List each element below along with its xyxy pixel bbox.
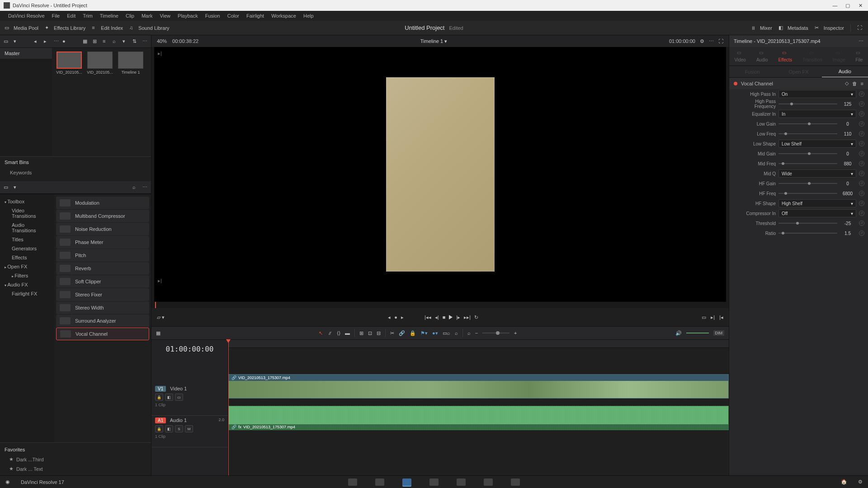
media-thumb[interactable]: VID_202105... bbox=[86, 52, 113, 75]
more-icon[interactable]: ⋯ bbox=[142, 184, 147, 190]
inspector-tab-video[interactable]: ▭Video bbox=[735, 50, 746, 62]
effects-category[interactable]: Effects bbox=[0, 253, 54, 262]
cut-page-tab[interactable] bbox=[375, 479, 384, 486]
fx-item-stereo-width[interactable]: Stereo Width bbox=[56, 301, 149, 314]
param-slider[interactable] bbox=[778, 233, 837, 234]
more-icon[interactable]: ⋯ bbox=[54, 38, 59, 44]
stop-button[interactable]: ■ bbox=[443, 314, 446, 320]
more-icon[interactable]: ⋯ bbox=[859, 38, 863, 44]
insert-icon[interactable]: ⊞ bbox=[359, 330, 363, 336]
edit-page-tab[interactable] bbox=[402, 479, 411, 486]
replace-icon[interactable]: ⊟ bbox=[377, 330, 381, 336]
menu-color[interactable]: Color bbox=[224, 13, 243, 19]
track-lock-button[interactable]: 🔒 bbox=[155, 394, 163, 401]
zoom-fit-icon[interactable]: ⌕ bbox=[467, 330, 471, 336]
thumb-grid-icon[interactable]: ⊞ bbox=[93, 38, 99, 45]
fx-enable-dot[interactable] bbox=[734, 82, 737, 85]
timecode-display[interactable]: 01:00:00:00 bbox=[151, 340, 228, 358]
deliver-page-tab[interactable] bbox=[511, 479, 520, 486]
inspector-tab-effects[interactable]: ▭Effects bbox=[778, 50, 792, 62]
param-select[interactable]: Low Shelf▾ bbox=[778, 140, 856, 148]
reset-icon[interactable]: ↺ bbox=[859, 141, 864, 146]
prev-frame-button[interactable]: ◂| bbox=[435, 314, 439, 320]
loop-button[interactable]: ↻ bbox=[474, 314, 478, 320]
link-icon[interactable]: 🔗 bbox=[399, 330, 405, 336]
chevron-down-icon[interactable]: ▾ bbox=[123, 38, 129, 45]
inspector-subtab-fusion[interactable]: Fusion bbox=[729, 66, 775, 77]
track-auto-button[interactable]: ◧ bbox=[165, 394, 173, 401]
viewer-more-icon[interactable]: ⋯ bbox=[709, 38, 714, 44]
zoom-slider[interactable] bbox=[482, 333, 509, 333]
menu-file[interactable]: File bbox=[48, 13, 64, 19]
fx-item-vocal-channel[interactable]: Vocal Channel bbox=[56, 328, 149, 340]
fusion-page-tab[interactable] bbox=[429, 479, 439, 486]
reset-icon[interactable]: ↺ bbox=[859, 161, 864, 166]
fx-item-noise-reduction[interactable]: Noise Reduction bbox=[56, 223, 149, 235]
timeline-view-icon[interactable]: ▦ bbox=[156, 330, 160, 336]
reset-icon[interactable]: ↺ bbox=[859, 111, 864, 117]
reset-icon[interactable]: ↺ bbox=[859, 230, 864, 236]
zoom-level[interactable]: 40% bbox=[157, 38, 167, 44]
keywords-bin[interactable]: Keywords bbox=[0, 168, 151, 178]
track-auto-button[interactable]: ◧ bbox=[165, 425, 173, 432]
menu-fusion[interactable]: Fusion bbox=[202, 13, 224, 19]
toolbox-category[interactable]: Toolbox bbox=[0, 197, 54, 206]
minimize-button[interactable]: — bbox=[831, 3, 839, 9]
inspector-subtab-open-fx[interactable]: Open FX bbox=[775, 66, 821, 77]
track-solo-button[interactable]: S bbox=[175, 425, 183, 432]
reset-icon[interactable]: ↺ bbox=[859, 221, 864, 226]
next-frame-button[interactable]: |▸ bbox=[456, 314, 460, 320]
go-end-button[interactable]: ▸▸| bbox=[464, 314, 471, 320]
sort-icon[interactable]: ⇅ bbox=[132, 38, 139, 45]
fx-item-soft-clipper[interactable]: Soft Clipper bbox=[56, 275, 149, 288]
settings-icon[interactable]: ⚙ bbox=[858, 479, 863, 485]
chevron-down-icon[interactable]: ▾ bbox=[444, 38, 447, 44]
param-select[interactable]: In▾ bbox=[778, 110, 856, 118]
media-thumb[interactable]: Timeline 1 bbox=[117, 52, 144, 75]
scrubber-playhead[interactable] bbox=[155, 302, 156, 308]
param-select[interactable]: Wide▾ bbox=[778, 169, 856, 178]
param-slider[interactable] bbox=[778, 103, 837, 104]
fullscreen-button[interactable]: ⛶ bbox=[857, 25, 863, 31]
audio-transitions[interactable]: Audio Transitions bbox=[0, 221, 54, 235]
fx-menu-icon[interactable]: ≡ bbox=[861, 81, 863, 86]
reset-icon[interactable]: ↺ bbox=[859, 101, 864, 107]
marker-add-icon[interactable]: ●▾ bbox=[432, 330, 438, 336]
menu-mark[interactable]: Mark bbox=[138, 13, 156, 19]
menu-clip[interactable]: Clip bbox=[122, 13, 138, 19]
fairlight-page-tab[interactable] bbox=[484, 479, 493, 486]
chevron-down-icon[interactable]: ▾ bbox=[14, 184, 20, 191]
next-edit-icon[interactable]: ▸| bbox=[158, 51, 162, 56]
fx-item-modulation[interactable]: Modulation bbox=[56, 197, 149, 209]
volume-icon[interactable]: 🔊 bbox=[675, 330, 682, 336]
media-pool-toggle[interactable]: ▭Media Pool bbox=[5, 25, 38, 31]
param-slider[interactable] bbox=[778, 163, 837, 164]
bin-list-icon[interactable]: ▭ bbox=[4, 38, 10, 45]
go-start-button[interactable]: |◂◂ bbox=[425, 314, 431, 320]
reset-icon[interactable]: ↺ bbox=[859, 131, 864, 136]
video-track-badge[interactable]: V1 bbox=[155, 386, 166, 392]
smart-bins-header[interactable]: Smart Bins bbox=[0, 157, 151, 168]
prev-clip-icon[interactable]: |◂ bbox=[719, 314, 723, 320]
generators-category[interactable]: Generators bbox=[0, 244, 54, 253]
menu-workspace[interactable]: Workspace bbox=[268, 13, 300, 19]
param-value[interactable]: 880 bbox=[839, 161, 856, 166]
track-disable-button[interactable]: ▭ bbox=[175, 394, 183, 401]
inspector-tab-file[interactable]: ▭File bbox=[855, 50, 863, 62]
filters-category[interactable]: Filters bbox=[0, 271, 54, 280]
search-timeline-icon[interactable]: ▭⌕ bbox=[443, 330, 450, 336]
sound-library-toggle[interactable]: ♫Sound Library bbox=[129, 25, 170, 31]
param-slider[interactable] bbox=[778, 133, 837, 134]
reset-icon[interactable]: ↺ bbox=[859, 191, 864, 196]
fx-item-surround-analyzer[interactable]: Surround Analyzer bbox=[56, 314, 149, 327]
search-icon[interactable]: ⌕ bbox=[132, 184, 139, 191]
fx-item-reverb[interactable]: Reverb bbox=[56, 262, 149, 275]
param-value[interactable]: 1.5 bbox=[839, 231, 856, 236]
mixer-toggle[interactable]: ⫼Mixer bbox=[751, 25, 772, 31]
zoom-out-button[interactable]: − bbox=[475, 330, 478, 336]
arrow-left-icon[interactable]: ◂ bbox=[34, 38, 40, 45]
dynamic-trim-tool[interactable]: ⟨⟩ bbox=[337, 330, 340, 336]
flag-icon[interactable]: ⚑▾ bbox=[420, 330, 428, 336]
inspector-tab-audio[interactable]: ▭Audio bbox=[756, 50, 768, 62]
media-thumb[interactable]: VID_202105... bbox=[56, 52, 83, 75]
